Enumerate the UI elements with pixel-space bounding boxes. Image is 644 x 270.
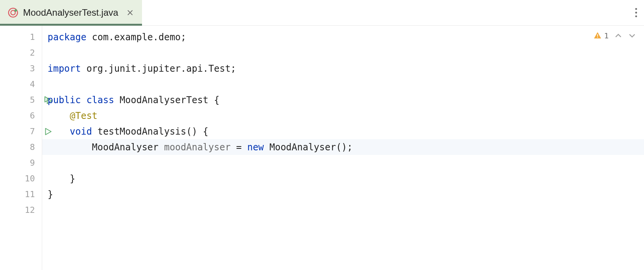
line-number: 5 [30,95,35,105]
gutter-line[interactable]: 8 [0,139,42,155]
line-number: 12 [25,205,35,215]
gutter-line[interactable]: 9 [0,155,42,171]
more-menu-icon[interactable] [635,8,637,17]
line-number: 10 [25,174,35,183]
code-line [48,202,644,218]
prev-highlight-icon[interactable] [614,31,623,40]
svg-point-1 [11,10,15,15]
warning-count: 1 [604,31,609,40]
gutter-line[interactable]: 10 [0,171,42,186]
line-number: 7 [30,127,35,136]
next-highlight-icon[interactable] [628,31,636,40]
line-number: 4 [30,79,35,89]
code-line-active: MoodAnalyser moodAnalyser = new MoodAnal… [42,139,644,155]
line-number: 9 [30,158,35,168]
gutter: 1 2 3 4 5 6 7 8 9 10 11 12 [0,26,42,270]
gutter-line[interactable]: 7 [0,123,42,139]
code-area[interactable]: package com.example.demo; import org.jun… [42,26,644,270]
gutter-line[interactable]: 3 [0,61,42,76]
line-number: 8 [30,142,35,152]
inspection-status: 1 [593,31,636,40]
gutter-line[interactable]: 6 [0,108,42,123]
line-number: 6 [30,111,35,120]
gutter-line[interactable]: 12 [0,202,42,218]
code-line: } [48,171,644,186]
code-line: import org.junit.jupiter.api.Test; [48,61,644,76]
svg-point-2 [635,8,637,10]
gutter-line[interactable]: 4 [0,76,42,92]
warning-badge[interactable]: 1 [593,31,609,40]
gutter-line[interactable]: 5 [0,92,42,108]
close-tab-icon[interactable] [126,8,134,17]
code-line: @Test [48,108,644,123]
line-number: 1 [30,32,35,42]
line-number: 2 [30,48,35,58]
svg-point-4 [635,15,637,17]
svg-point-3 [635,12,637,14]
code-line [48,155,644,171]
code-line: package com.example.demo; [48,29,644,45]
code-line: } [48,186,644,202]
code-line [48,76,644,92]
line-number: 11 [25,189,35,199]
tab-label: MoodAnalyserTest.java [23,7,118,18]
code-line [48,45,644,61]
code-line: public class MoodAnalyserTest { [48,92,644,108]
svg-rect-6 [597,37,598,38]
gutter-line[interactable]: 2 [0,45,42,61]
svg-rect-5 [597,34,598,36]
gutter-line[interactable]: 11 [0,186,42,202]
gutter-line[interactable]: 1 [0,29,42,45]
warning-icon [593,31,602,40]
editor-area: 1 2 3 4 5 6 7 8 9 10 11 12 [0,26,644,270]
line-number: 3 [30,64,35,73]
tab-bar: MoodAnalyserTest.java [0,0,644,26]
code-line: void testMoodAnalysis() { [48,123,644,139]
test-class-icon [8,7,18,18]
file-tab[interactable]: MoodAnalyserTest.java [0,0,142,26]
